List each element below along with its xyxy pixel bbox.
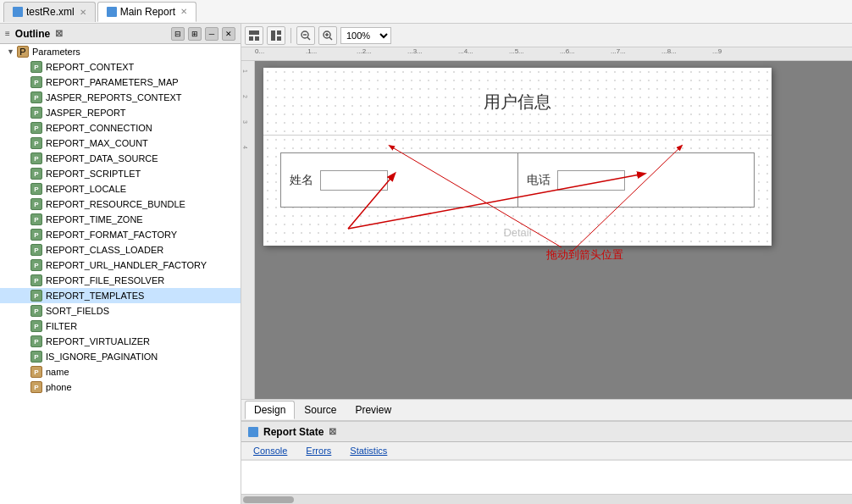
tree-item-REPORT_PARAMETERS_MAP[interactable]: P REPORT_PARAMETERS_MAP xyxy=(0,75,241,90)
status-tab-statistics[interactable]: Statistics xyxy=(341,444,396,457)
tree-item-REPORT_CONTEXT[interactable]: P REPORT_CONTEXT xyxy=(0,59,241,75)
tree-item-REPORT_TIME_ZONE[interactable]: P REPORT_TIME_ZONE xyxy=(0,212,241,227)
tab-design-label: Design xyxy=(254,404,285,416)
param-label-2: JASPER_REPORTS_CONTEXT xyxy=(46,92,182,102)
param-icon-name: P xyxy=(30,366,42,378)
tree-item-REPORT_FORMAT_FACTORY[interactable]: P REPORT_FORMAT_FACTORY xyxy=(0,227,241,242)
tree-item-REPORT_CONNECTION[interactable]: P REPORT_CONNECTION xyxy=(0,120,241,136)
report-page: 用户信息 姓名 电话 xyxy=(263,68,772,246)
tab-main-report[interactable]: Main Report ✕ xyxy=(97,2,196,22)
tree-item-REPORT_VIRTUALIZER[interactable]: P REPORT_VIRTUALIZER xyxy=(0,334,241,349)
param-icon-1: P xyxy=(30,76,42,88)
toolbar-separator-1 xyxy=(290,28,291,43)
param-label-15: REPORT_TEMPLATES xyxy=(46,291,144,301)
tree-item-parameters[interactable]: ▼ P Parameters xyxy=(0,44,241,59)
left-panel: ≡ Outline ⊠ ⊟ ⊞ ─ ✕ ▼ P Parameters xyxy=(0,24,241,504)
param-label-14: REPORT_FILE_RESOLVER xyxy=(46,275,164,285)
param-label-11: REPORT_FORMAT_FACTORY xyxy=(46,230,177,240)
field-cell-phone: 电话 xyxy=(518,153,755,207)
outline-cross-ref: ⊠ xyxy=(55,28,63,39)
tree-item-REPORT_MAX_COUNT[interactable]: P REPORT_MAX_COUNT xyxy=(0,136,241,151)
param-label-1: REPORT_PARAMETERS_MAP xyxy=(46,77,179,87)
main-layout: ≡ Outline ⊠ ⊟ ⊞ ─ ✕ ▼ P Parameters xyxy=(0,24,852,504)
tree-item-REPORT_SCRIPTLET[interactable]: P REPORT_SCRIPTLET xyxy=(0,166,241,181)
tab-main-close-icon[interactable]: ✕ xyxy=(180,7,187,16)
tree-item-phone[interactable]: P phone xyxy=(0,379,241,395)
status-tab-errors[interactable]: Errors xyxy=(297,444,340,457)
param-icon-9: P xyxy=(30,198,42,210)
report-icon-small xyxy=(248,427,258,437)
tab-source[interactable]: Source xyxy=(295,401,346,419)
zoom-select[interactable]: 100% 75% 50% 150% 200% xyxy=(340,27,391,44)
param-icon-19: P xyxy=(30,351,42,363)
outline-tree: ▼ P Parameters P REPORT_CONTEXT P REPORT… xyxy=(0,44,241,504)
expand-all-button[interactable]: ⊞ xyxy=(188,27,202,41)
param-label-5: REPORT_MAX_COUNT xyxy=(46,138,148,148)
tab-testreports-xml[interactable]: testRe.xml ✕ xyxy=(3,2,96,22)
svg-line-10 xyxy=(329,37,332,40)
status-title-label: Report State xyxy=(263,426,324,438)
tab-label: testRe.xml xyxy=(26,6,75,18)
right-panel: 100% 75% 50% 150% 200% 0... .1... ...2..… xyxy=(241,24,852,504)
status-tab-console[interactable]: Console xyxy=(245,444,296,457)
tree-item-JASPER_REPORTS_CONTEXT[interactable]: P JASPER_REPORTS_CONTEXT xyxy=(0,90,241,105)
close-panel-button[interactable]: ✕ xyxy=(222,27,235,41)
report-title-text: 用户信息 xyxy=(484,90,551,113)
scrollbar-thumb[interactable] xyxy=(243,496,294,503)
param-icon-0: P xyxy=(30,61,42,73)
param-label-0: REPORT_CONTEXT xyxy=(46,62,134,72)
param-icon-10: P xyxy=(30,213,42,225)
minimize-button[interactable]: ─ xyxy=(205,27,219,41)
tree-item-FILTER[interactable]: P FILTER xyxy=(0,318,241,334)
detail-watermark-label: Detail xyxy=(503,226,531,239)
status-title-group: Report State ⊠ xyxy=(248,426,336,438)
param-label-12: REPORT_CLASS_LOADER xyxy=(46,245,163,255)
tree-item-REPORT_CLASS_LOADER[interactable]: P REPORT_CLASS_LOADER xyxy=(0,242,241,258)
param-icon-8: P xyxy=(30,183,42,195)
field-label-phone: 电话 xyxy=(527,173,550,188)
tab-source-label: Source xyxy=(304,404,336,416)
param-icon-3: P xyxy=(30,107,42,119)
field-input-mock-phone[interactable] xyxy=(557,170,625,191)
param-icon-14: P xyxy=(30,274,42,286)
tree-item-REPORT_TEMPLATES[interactable]: P REPORT_TEMPLATES xyxy=(0,288,241,303)
tree-item-IS_IGNORE_PAGINATION[interactable]: P IS_IGNORE_PAGINATION xyxy=(0,349,241,364)
tree-item-REPORT_DATA_SOURCE[interactable]: P REPORT_DATA_SOURCE xyxy=(0,151,241,166)
tree-item-REPORT_FILE_RESOLVER[interactable]: P REPORT_FILE_RESOLVER xyxy=(0,273,241,288)
report-detail-section: 姓名 电话 Detail xyxy=(263,136,772,246)
tree-item-SORT_FIELDS[interactable]: P SORT_FIELDS xyxy=(0,303,241,318)
field-input-mock-name[interactable] xyxy=(320,170,388,191)
tree-item-REPORT_RESOURCE_BUNDLE[interactable]: P REPORT_RESOURCE_BUNDLE xyxy=(0,197,241,212)
param-label-4: REPORT_CONNECTION xyxy=(46,123,152,133)
annotation-drag-text: 拖动到箭头位置 xyxy=(546,247,623,263)
svg-rect-1 xyxy=(249,36,253,41)
zoom-out-button[interactable] xyxy=(296,26,315,45)
param-label-name: name xyxy=(46,367,69,377)
horizontal-scrollbar[interactable] xyxy=(241,494,852,504)
param-label-17: FILTER xyxy=(46,321,77,331)
param-icon-17: P xyxy=(30,320,42,332)
layout-btn-2[interactable] xyxy=(267,26,285,45)
param-label-8: REPORT_LOCALE xyxy=(46,184,126,194)
tab-close-icon[interactable]: ✕ xyxy=(80,8,86,17)
tree-item-REPORT_URL_HANDLER_FACTORY[interactable]: P REPORT_URL_HANDLER_FACTORY xyxy=(0,258,241,273)
tree-item-JASPER_REPORT[interactable]: P JASPER_REPORT xyxy=(0,105,241,120)
tree-arrow-parameters[interactable]: ▼ xyxy=(7,47,17,56)
outline-actions: ⊟ ⊞ ─ ✕ xyxy=(171,27,235,41)
status-panel: Report State ⊠ Console Errors Statistics xyxy=(241,421,852,504)
tree-item-REPORT_LOCALE[interactable]: P REPORT_LOCALE xyxy=(0,181,241,197)
tab-preview[interactable]: Preview xyxy=(346,401,401,419)
param-icon-12: P xyxy=(30,244,42,256)
layout-btn-1[interactable] xyxy=(245,26,263,45)
param-label-10: REPORT_TIME_ZONE xyxy=(46,214,143,224)
collapse-all-button[interactable]: ⊟ xyxy=(171,27,185,41)
design-area[interactable]: 1 2 3 4 用户信息 xyxy=(241,61,852,399)
tab-design[interactable]: Design xyxy=(245,401,295,419)
param-icon-7: P xyxy=(30,168,42,180)
svg-rect-4 xyxy=(277,30,281,35)
outline-header: ≡ Outline ⊠ ⊟ ⊞ ─ ✕ xyxy=(0,24,241,44)
tree-item-name[interactable]: P name xyxy=(0,364,241,379)
svg-rect-5 xyxy=(277,36,281,41)
param-label-7: REPORT_SCRIPTLET xyxy=(46,169,141,179)
zoom-in-button[interactable] xyxy=(318,26,337,45)
